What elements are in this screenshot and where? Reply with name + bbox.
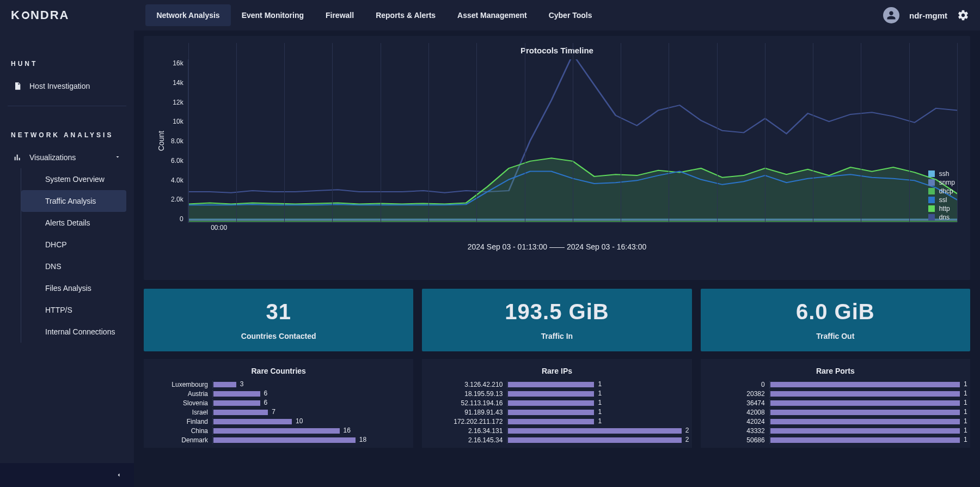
topnav-item[interactable]: Network Analysis	[145, 4, 230, 26]
bar-row[interactable]: 2.16.34.1312	[432, 427, 682, 435]
sidebar-sub-item[interactable]: System Overview	[21, 168, 126, 190]
brand-logo[interactable]: KNDRA	[11, 8, 69, 22]
bar-row[interactable]: 420241	[710, 418, 960, 425]
bar-row[interactable]: Austria6	[154, 390, 403, 398]
sidebar-sub-item[interactable]: DHCP	[21, 234, 126, 255]
bar-row[interactable]: Finland10	[154, 418, 403, 425]
legend-label: ssl	[939, 196, 947, 204]
topnav-item[interactable]: Event Monitoring	[231, 4, 315, 26]
legend-item[interactable]: dhcp	[928, 187, 955, 195]
bar-row[interactable]: 2.16.145.342	[432, 436, 682, 444]
top-nav: Network AnalysisEvent MonitoringFirewall…	[145, 4, 603, 26]
sidebar-sub-item[interactable]: Traffic Analysis	[21, 190, 126, 212]
y-tick: 14k	[171, 79, 183, 87]
bar-row[interactable]: 18.195.59.131	[432, 390, 682, 398]
legend-item[interactable]: dns	[928, 214, 955, 221]
bar-value: 1	[598, 417, 602, 425]
chevron-up-icon	[114, 153, 121, 162]
bar-label: 91.189.91.43	[432, 409, 503, 416]
bar-label: 0	[710, 381, 765, 388]
bar-label: 172.202.211.172	[432, 418, 503, 425]
timeline-plot[interactable]: 00:00	[188, 59, 957, 223]
panel-title: Rare Ports	[710, 367, 960, 375]
bar-value: 1	[964, 399, 967, 406]
metric-value: 31	[149, 300, 408, 324]
metric-card: 193.5 GiBTraffic In	[422, 289, 691, 351]
bar-row[interactable]: 420081	[710, 409, 960, 416]
logo-o-glyph	[21, 11, 30, 20]
bar-row[interactable]: 91.189.91.431	[432, 409, 682, 416]
bar-value: 1	[964, 436, 967, 443]
bar-row[interactable]: Denmark18	[154, 436, 403, 444]
legend-swatch	[928, 205, 935, 212]
topnav-item[interactable]: Firewall	[315, 4, 365, 26]
bar-label: 36474	[710, 399, 765, 407]
sidebar-sub-item[interactable]: Alerts Details	[21, 212, 126, 234]
legend-item[interactable]: ssh	[928, 170, 955, 178]
bar-value: 1	[964, 408, 967, 416]
bar-label: 2.16.145.34	[432, 436, 503, 444]
topnav-item[interactable]: Asset Management	[446, 4, 538, 26]
topnav-item[interactable]: Cyber Tools	[538, 4, 603, 26]
bar-label: Luxembourg	[154, 381, 208, 388]
legend-item[interactable]: ssl	[928, 196, 955, 204]
sidebar-sub-item[interactable]: Files Analysis	[21, 277, 126, 299]
bar-row[interactable]: 172.202.211.1721	[432, 418, 682, 425]
sidebar-collapse-button[interactable]	[0, 463, 134, 487]
metric-label: Countries Contacted	[149, 332, 408, 340]
bar-label: Austria	[154, 390, 208, 398]
y-tick: 4.0k	[171, 176, 183, 184]
y-axis-label: Count	[157, 131, 166, 151]
bar-row[interactable]: 01	[710, 381, 960, 388]
bar-value: 6	[264, 389, 268, 397]
bar-label: 50686	[710, 436, 765, 444]
legend-swatch	[928, 179, 935, 186]
avatar[interactable]	[883, 7, 899, 23]
legend-item[interactable]: snmp	[928, 179, 955, 186]
bar-row[interactable]: Israel7	[154, 409, 403, 416]
bar-row[interactable]: 433321	[710, 427, 960, 435]
bar-row[interactable]: 203821	[710, 390, 960, 398]
bar-row[interactable]: 52.113.194.161	[432, 399, 682, 407]
topnav-item[interactable]: Reports & Alerts	[365, 4, 446, 26]
rare-ports-panel: Rare Ports 01203821364741420081420241433…	[701, 359, 970, 448]
bar-value: 1	[964, 417, 967, 425]
metric-card: 31Countries Contacted	[144, 289, 413, 351]
legend-item[interactable]: http	[928, 205, 955, 212]
bar-row[interactable]: Luxembourg3	[154, 381, 403, 388]
bar-value: 1	[598, 389, 602, 397]
sidebar-sub-item[interactable]: HTTP/S	[21, 299, 126, 321]
bar-value: 6	[264, 399, 268, 406]
metric-card: 6.0 GiBTraffic Out	[701, 289, 970, 351]
legend-label: dhcp	[939, 187, 953, 195]
bar-value: 1	[964, 427, 967, 434]
bar-row[interactable]: China16	[154, 427, 403, 435]
legend-swatch	[928, 197, 935, 203]
timeline-range: 2024 Sep 03 - 01:13:00 —— 2024 Sep 03 - …	[157, 242, 957, 251]
sidebar-sub-item[interactable]: DNS	[21, 255, 126, 277]
bar-row[interactable]: 364741	[710, 399, 960, 407]
sidebar-item-visualizations[interactable]: Visualizations	[8, 147, 126, 168]
bar-value: 16	[344, 427, 351, 434]
bar-value: 3	[240, 380, 244, 388]
sidebar-sub-item[interactable]: Internal Connections	[21, 321, 126, 343]
y-tick: 10k	[171, 118, 183, 125]
panel-title: Rare IPs	[432, 367, 682, 375]
bar-label: Denmark	[154, 436, 208, 444]
y-tick: 8.0k	[171, 137, 183, 145]
document-icon	[13, 82, 22, 90]
username[interactable]: ndr-mgmt	[909, 11, 947, 20]
legend-swatch	[928, 188, 935, 194]
sidebar-item-host-investigation[interactable]: Host Investigation	[8, 75, 126, 97]
y-tick: 16k	[171, 59, 183, 67]
sidebar-item-label: Host Investigation	[29, 82, 90, 90]
bar-label: 18.195.59.13	[432, 390, 503, 398]
gear-icon	[957, 9, 969, 21]
bar-row[interactable]: 3.126.42.2101	[432, 381, 682, 388]
sidebar-section-na: NETWORK ANALYSIS	[11, 131, 123, 139]
bar-row[interactable]: Slovenia6	[154, 399, 403, 407]
settings-button[interactable]	[957, 9, 969, 21]
bar-label: China	[154, 427, 208, 435]
bar-value: 1	[964, 380, 967, 388]
bar-row[interactable]: 506861	[710, 436, 960, 444]
